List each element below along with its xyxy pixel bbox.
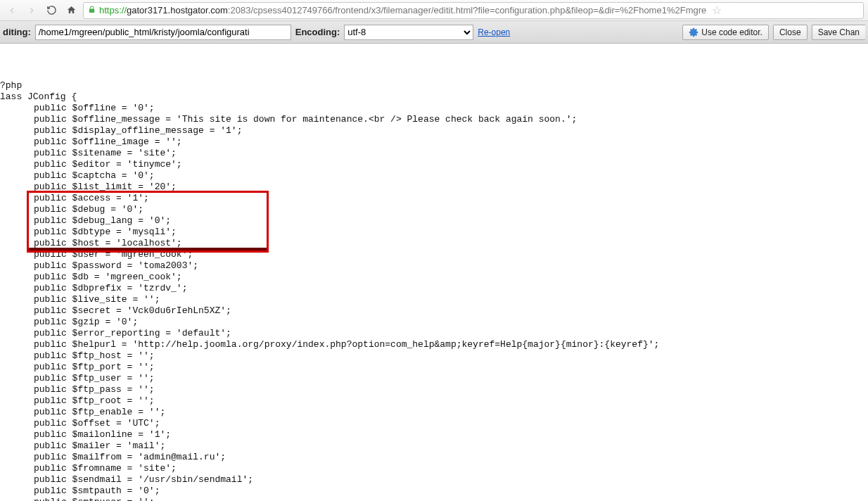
back-button <box>4 3 20 18</box>
code-line: public $db = 'mgreen_cook'; <box>0 272 868 283</box>
code-line: public $captcha = '0'; <box>0 170 868 182</box>
encoding-select[interactable]: utf-8 <box>344 25 473 40</box>
gear-icon <box>689 27 698 37</box>
code-line: public $dbprefix = 'tzrdv_'; <box>0 283 868 294</box>
code-line: public $ftp_pass = ''; <box>0 384 868 395</box>
code-line: public $smtpauth = '0'; <box>0 486 868 497</box>
code-line: public $debug_lang = '0'; <box>0 215 868 227</box>
code-line: ?php <box>0 80 868 91</box>
home-button[interactable] <box>63 3 79 18</box>
code-line: public $dbtype = 'mysqli'; <box>0 227 868 238</box>
code-line: public $ftp_user = ''; <box>0 373 868 384</box>
code-line: public $mailonline = '1'; <box>0 429 868 440</box>
code-line: public $offset = 'UTC'; <box>0 418 868 429</box>
code-line: public $offline_message = 'This site is … <box>0 114 868 125</box>
code-line: public $sitename = 'site'; <box>0 148 868 159</box>
encoding-label: Encoding: <box>295 27 340 37</box>
code-editor-content[interactable]: ?phplass JConfig {public $offline = '0';… <box>0 44 868 501</box>
lock-icon <box>88 5 96 15</box>
url-path: :2083/cpsess4012749766/frontend/x3/filem… <box>228 5 706 15</box>
code-line: public $editor = 'tinymce'; <box>0 159 868 170</box>
use-code-editor-button[interactable]: Use code editor. <box>682 25 769 40</box>
code-line: public $mailer = 'mail'; <box>0 440 868 452</box>
reload-icon <box>46 5 57 15</box>
code-line: lass JConfig { <box>0 91 868 103</box>
code-line: public $display_offline_message = '1'; <box>0 125 868 137</box>
forward-button <box>24 3 39 18</box>
url-bar[interactable]: https://gator3171.hostgator.com:2083/cps… <box>83 2 864 19</box>
code-line: public $sendmail = '/usr/sbin/sendmail'; <box>0 474 868 486</box>
reopen-link[interactable]: Re-open <box>478 27 510 37</box>
code-line: public $list_limit = '20'; <box>0 182 868 193</box>
arrow-left-icon <box>7 6 17 15</box>
reload-button[interactable] <box>44 3 59 18</box>
home-icon <box>66 5 77 15</box>
code-line: public $offline_image = ''; <box>0 137 868 148</box>
code-line: public $smtpuser = ''; <box>0 497 868 501</box>
use-code-editor-label: Use code editor. <box>701 27 762 37</box>
code-line: public $user = 'mgreen_cook'; <box>0 249 868 260</box>
code-line: public $live_site = ''; <box>0 294 868 305</box>
url-host: gator3171.hostgator.com <box>127 5 228 15</box>
code-line: public $offline = '0'; <box>0 103 868 114</box>
code-line: public $secret = 'Vck0du6rIehLn5XZ'; <box>0 305 868 317</box>
close-button[interactable]: Close <box>773 25 808 40</box>
bookmark-star-icon[interactable]: ☆ <box>712 4 722 17</box>
browser-chrome: https://gator3171.hostgator.com:2083/cps… <box>0 0 868 21</box>
close-label: Close <box>779 27 801 37</box>
save-label: Save Chan <box>818 27 860 37</box>
code-line: public $fromname = 'site'; <box>0 463 868 474</box>
code-line: public $ftp_root = ''; <box>0 395 868 407</box>
code-line: public $ftp_enable = ''; <box>0 407 868 418</box>
code-line: public $helpurl = 'http://help.joomla.or… <box>0 339 868 350</box>
code-line: public $password = 'toma2003'; <box>0 260 868 272</box>
code-line: public $ftp_host = ''; <box>0 350 868 362</box>
code-line: public $gzip = '0'; <box>0 317 868 328</box>
code-line: public $host = 'localhost'; <box>0 238 868 249</box>
save-button[interactable]: Save Chan <box>812 25 865 40</box>
arrow-right-icon <box>27 6 37 15</box>
editor-toolbar: diting: Encoding: utf-8 Re-open Use code… <box>0 21 868 44</box>
file-path-input[interactable] <box>35 25 291 40</box>
editing-label: diting: <box>3 27 31 37</box>
code-line: public $debug = '0'; <box>0 204 868 215</box>
code-line: public $ftp_port = ''; <box>0 362 868 373</box>
code-line: public $mailfrom = 'admin@mail.ru'; <box>0 452 868 463</box>
url-protocol: https:// <box>99 5 127 15</box>
code-line: public $error_reporting = 'default'; <box>0 328 868 339</box>
code-line: public $access = '1'; <box>0 193 868 204</box>
